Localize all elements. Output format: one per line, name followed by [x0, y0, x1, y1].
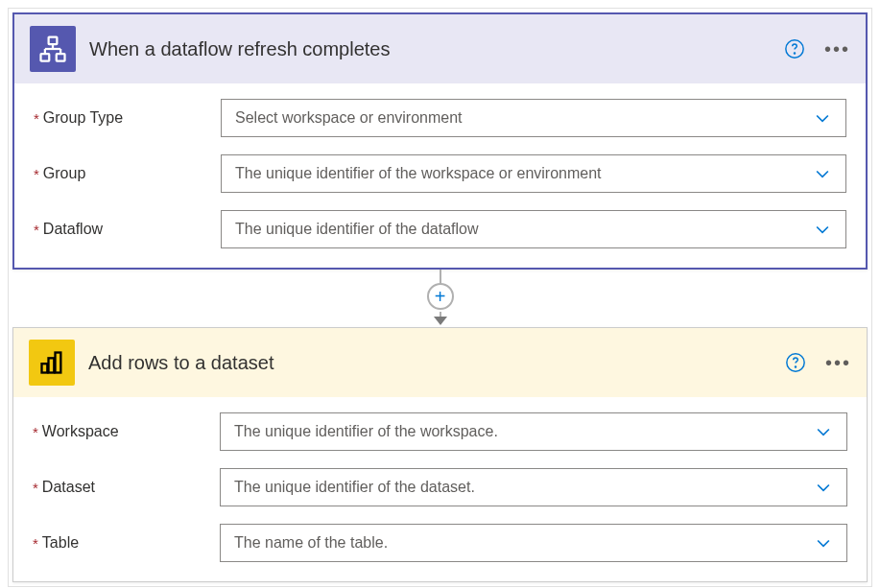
help-icon[interactable] [785, 352, 806, 373]
group-select[interactable]: The unique identifier of the workspace o… [221, 154, 846, 193]
svg-point-8 [794, 53, 795, 54]
label-text: Workspace [42, 423, 119, 440]
arrow-down-icon [432, 314, 449, 327]
dataflow-label: * Dataflow [34, 221, 221, 238]
field-row-group-type: * Group Type Select workspace or environ… [34, 99, 846, 137]
chevron-down-icon [813, 220, 832, 239]
connector: + [12, 270, 868, 327]
trigger-actions: ••• [784, 38, 850, 59]
label-text: Dataflow [43, 221, 103, 238]
help-icon[interactable] [784, 38, 805, 59]
action-card[interactable]: Add rows to a dataset ••• * Workspace Th… [12, 327, 868, 582]
label-text: Dataset [42, 479, 95, 496]
required-indicator: * [34, 222, 39, 238]
more-options-icon[interactable]: ••• [824, 39, 850, 59]
select-placeholder: The unique identifier of the workspace o… [235, 165, 602, 182]
svg-rect-2 [57, 54, 65, 61]
select-placeholder: Select workspace or environment [235, 109, 463, 127]
flow-canvas: When a dataflow refresh completes ••• * … [8, 8, 872, 587]
label-text: Group Type [43, 109, 123, 127]
svg-marker-9 [434, 317, 447, 325]
field-row-group: * Group The unique identifier of the wor… [34, 154, 846, 193]
field-row-dataset: * Dataset The unique identifier of the d… [33, 468, 847, 506]
trigger-title: When a dataflow refresh completes [89, 38, 771, 60]
action-actions: ••• [785, 352, 851, 373]
workspace-select[interactable]: The unique identifier of the workspace. [220, 412, 847, 451]
svg-rect-1 [41, 54, 50, 61]
chevron-down-icon [813, 164, 832, 183]
action-header[interactable]: Add rows to a dataset ••• [13, 328, 867, 397]
chevron-down-icon [814, 533, 833, 553]
table-select[interactable]: The name of the table. [220, 524, 847, 562]
required-indicator: * [33, 535, 38, 552]
select-placeholder: The name of the table. [234, 534, 388, 552]
field-row-table: * Table The name of the table. [33, 524, 847, 562]
svg-point-14 [795, 366, 796, 367]
dataset-label: * Dataset [33, 479, 220, 496]
required-indicator: * [33, 480, 38, 496]
label-text: Group [43, 165, 85, 182]
select-placeholder: The unique identifier of the dataset. [234, 479, 475, 496]
required-indicator: * [34, 166, 39, 182]
select-placeholder: The unique identifier of the workspace. [234, 423, 498, 440]
svg-rect-12 [56, 353, 61, 373]
action-title: Add rows to a dataset [88, 352, 772, 374]
table-label: * Table [33, 534, 220, 552]
group-type-label: * Group Type [34, 109, 221, 127]
more-options-icon[interactable]: ••• [825, 353, 851, 372]
chevron-down-icon [813, 108, 832, 128]
chevron-down-icon [814, 422, 833, 441]
chevron-down-icon [814, 478, 833, 497]
dataflow-icon [30, 26, 76, 72]
select-placeholder: The unique identifier of the dataflow [235, 221, 479, 238]
group-type-select[interactable]: Select workspace or environment [221, 99, 846, 137]
trigger-card[interactable]: When a dataflow refresh completes ••• * … [12, 12, 868, 270]
required-indicator: * [33, 424, 38, 440]
svg-rect-10 [42, 364, 48, 372]
svg-rect-0 [49, 37, 58, 45]
trigger-body: * Group Type Select workspace or environ… [14, 83, 866, 268]
dataset-select[interactable]: The unique identifier of the dataset. [220, 468, 847, 506]
action-body: * Workspace The unique identifier of the… [13, 397, 867, 581]
group-label: * Group [34, 165, 221, 182]
add-step-button[interactable]: + [427, 283, 454, 310]
field-row-dataflow: * Dataflow The unique identifier of the … [34, 210, 846, 248]
svg-rect-11 [49, 358, 55, 372]
required-indicator: * [34, 110, 39, 127]
plus-icon: + [435, 287, 446, 306]
label-text: Table [42, 534, 79, 552]
dataflow-select[interactable]: The unique identifier of the dataflow [221, 210, 846, 248]
trigger-header[interactable]: When a dataflow refresh completes ••• [14, 14, 866, 83]
field-row-workspace: * Workspace The unique identifier of the… [33, 412, 847, 451]
powerbi-icon [29, 340, 75, 386]
workspace-label: * Workspace [33, 423, 220, 440]
